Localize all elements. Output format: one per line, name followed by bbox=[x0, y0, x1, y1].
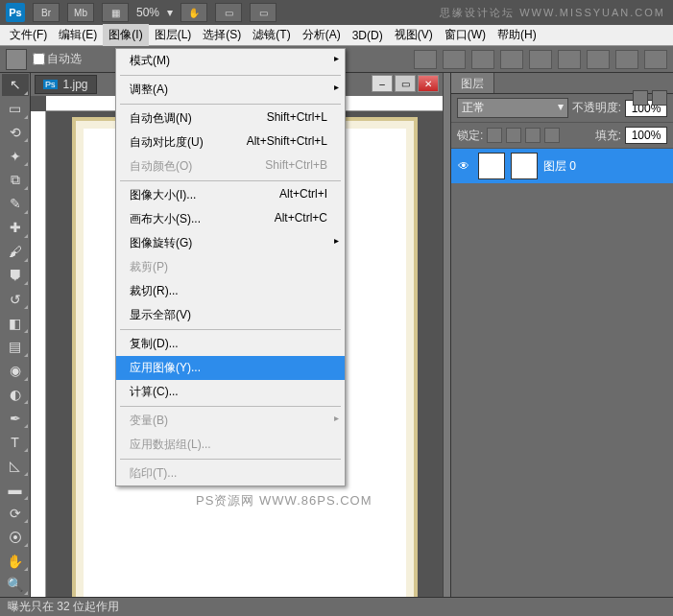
3d-camera-tool[interactable]: ⦿ bbox=[2, 526, 29, 548]
canvas-watermark: PS资源网 WWW.86PS.COM bbox=[196, 492, 372, 509]
guides-button[interactable]: ▦ bbox=[102, 3, 129, 22]
align-icon[interactable] bbox=[644, 50, 667, 69]
move-tool[interactable]: ↖ bbox=[2, 74, 29, 96]
gradient-tool[interactable]: ▤ bbox=[2, 336, 29, 358]
dodge-tool[interactable]: ◐ bbox=[2, 384, 29, 406]
panel-collapse-icon[interactable] bbox=[633, 90, 648, 106]
fill-input[interactable]: 100% bbox=[625, 127, 667, 144]
menu-item: 裁剪(P) bbox=[116, 255, 345, 279]
doc-close-button[interactable]: ✕ bbox=[418, 75, 439, 92]
layers-tab[interactable]: 图层 bbox=[451, 73, 494, 93]
brush-tool[interactable]: 🖌 bbox=[2, 241, 29, 263]
image-menu-dropdown: 模式(M)调整(A)自动色调(N)Shift+Ctrl+L自动对比度(U)Alt… bbox=[115, 48, 346, 486]
menu-edit[interactable]: 编辑(E) bbox=[53, 24, 103, 46]
toolbox: ↖ ▭ ⟲ ✦ ⧉ ✎ ✚ 🖌 ⛊ ↺ ◧ ▤ ◉ ◐ ✒ T ◺ ▬ ⟳ ⦿ … bbox=[0, 73, 31, 597]
menu-item[interactable]: 自动对比度(U)Alt+Shift+Ctrl+L bbox=[116, 130, 345, 154]
status-bar: 曝光只在 32 位起作用 bbox=[0, 597, 673, 616]
crop-tool[interactable]: ⧉ bbox=[2, 169, 29, 191]
doc-restore-button[interactable]: ▭ bbox=[395, 75, 416, 92]
menu-layer[interactable]: 图层(L) bbox=[149, 24, 198, 46]
heal-tool[interactable]: ✚ bbox=[2, 217, 29, 239]
type-tool[interactable]: T bbox=[2, 431, 29, 453]
menu-item: 陷印(T)... bbox=[116, 462, 345, 486]
blend-mode-select[interactable]: 正常▾ bbox=[457, 98, 568, 118]
menu-item[interactable]: 应用图像(Y)... bbox=[116, 356, 345, 380]
panel-menu-icon[interactable] bbox=[652, 90, 667, 106]
layer-row[interactable]: 👁 图层 0 bbox=[451, 149, 673, 183]
status-text: 曝光只在 32 位起作用 bbox=[8, 599, 119, 615]
menu-item: 自动颜色(O)Shift+Ctrl+B bbox=[116, 154, 345, 178]
menu-item[interactable]: 裁切(R)... bbox=[116, 279, 345, 303]
zoom-dropdown-icon[interactable]: ▾ bbox=[167, 6, 173, 19]
menu-item[interactable]: 图像大小(I)...Alt+Ctrl+I bbox=[116, 183, 345, 207]
collapsed-panel-strip[interactable] bbox=[443, 73, 450, 597]
align-icon[interactable] bbox=[587, 50, 610, 69]
shape-tool[interactable]: ▬ bbox=[2, 479, 29, 501]
opacity-label: 不透明度: bbox=[572, 100, 621, 116]
eyedropper-tool[interactable]: ✎ bbox=[2, 193, 29, 215]
3d-tool[interactable]: ⟳ bbox=[2, 503, 29, 525]
wand-tool[interactable]: ✦ bbox=[2, 145, 29, 167]
menu-3d[interactable]: 3D(D) bbox=[347, 26, 389, 45]
align-icon[interactable] bbox=[500, 50, 523, 69]
bridge-button[interactable]: Br bbox=[33, 3, 60, 22]
align-icon[interactable] bbox=[471, 50, 494, 69]
lock-pixels-icon[interactable] bbox=[506, 128, 521, 143]
menu-item[interactable]: 调整(A) bbox=[116, 78, 345, 102]
eraser-tool[interactable]: ◧ bbox=[2, 312, 29, 334]
ps-logo: Ps bbox=[6, 3, 25, 22]
menu-item[interactable]: 复制(D)... bbox=[116, 332, 345, 356]
align-icon[interactable] bbox=[558, 50, 581, 69]
doc-minimize-button[interactable]: – bbox=[372, 75, 393, 92]
zoom-tool[interactable]: 🔍 bbox=[2, 574, 29, 596]
align-icon[interactable] bbox=[615, 50, 638, 69]
layer-list: 👁 图层 0 bbox=[451, 149, 673, 597]
zoom-level[interactable]: 50% bbox=[136, 6, 159, 19]
current-tool-icon[interactable] bbox=[6, 49, 27, 70]
menu-item[interactable]: 图像旋转(G) bbox=[116, 231, 345, 255]
align-icon[interactable] bbox=[529, 50, 552, 69]
arrange-button[interactable]: ▭ bbox=[215, 3, 242, 22]
menu-select[interactable]: 选择(S) bbox=[197, 24, 247, 46]
doc-tab[interactable]: Ps 1.jpg bbox=[35, 75, 97, 94]
hand-button[interactable]: ✋ bbox=[180, 3, 207, 22]
minibridge-button[interactable]: Mb bbox=[67, 3, 94, 22]
screen-mode-button[interactable]: ▭ bbox=[250, 3, 276, 22]
stamp-tool[interactable]: ⛊ bbox=[2, 265, 29, 287]
menu-image[interactable]: 图像(I) bbox=[103, 24, 148, 46]
menu-item[interactable]: 自动色调(N)Shift+Ctrl+L bbox=[116, 107, 345, 130]
history-brush-tool[interactable]: ↺ bbox=[2, 288, 29, 310]
ruler-vertical bbox=[31, 111, 46, 597]
lock-transparent-icon[interactable] bbox=[487, 128, 502, 143]
menu-item[interactable]: 显示全部(V) bbox=[116, 303, 345, 327]
ps-mini-icon: Ps bbox=[43, 80, 58, 89]
path-tool[interactable]: ◺ bbox=[2, 455, 29, 477]
menu-window[interactable]: 窗口(W) bbox=[439, 24, 492, 46]
fill-label: 填充: bbox=[595, 128, 621, 144]
layer-name[interactable]: 图层 0 bbox=[543, 158, 576, 175]
blur-tool[interactable]: ◉ bbox=[2, 360, 29, 382]
lock-position-icon[interactable] bbox=[525, 128, 541, 143]
marquee-tool[interactable]: ▭ bbox=[2, 98, 29, 120]
lasso-tool[interactable]: ⟲ bbox=[2, 122, 29, 144]
layer-thumbnail[interactable] bbox=[478, 153, 505, 179]
menu-item[interactable]: 模式(M) bbox=[116, 49, 345, 73]
menu-analysis[interactable]: 分析(A) bbox=[297, 24, 347, 46]
align-icon[interactable] bbox=[414, 50, 437, 69]
hand-tool[interactable]: ✋ bbox=[2, 550, 29, 572]
menu-view[interactable]: 视图(V) bbox=[389, 24, 439, 46]
menu-help[interactable]: 帮助(H) bbox=[492, 24, 542, 46]
mask-thumbnail[interactable] bbox=[511, 153, 538, 179]
visibility-icon[interactable]: 👁 bbox=[455, 157, 472, 175]
menu-filter[interactable]: 滤镜(T) bbox=[247, 24, 296, 46]
lock-all-icon[interactable] bbox=[544, 128, 560, 143]
watermark-text: 思缘设计论坛 WWW.MISSYUAN.COM bbox=[440, 6, 665, 20]
auto-select-check[interactable]: 自动选 bbox=[33, 51, 82, 67]
menubar: 文件(F) 编辑(E) 图像(I) 图层(L) 选择(S) 滤镜(T) 分析(A… bbox=[0, 25, 673, 46]
menu-item: 变量(B) bbox=[116, 409, 345, 433]
align-icon[interactable] bbox=[443, 50, 466, 69]
pen-tool[interactable]: ✒ bbox=[2, 407, 29, 429]
menu-file[interactable]: 文件(F) bbox=[4, 24, 53, 46]
menu-item[interactable]: 计算(C)... bbox=[116, 380, 345, 404]
menu-item[interactable]: 画布大小(S)...Alt+Ctrl+C bbox=[116, 207, 345, 231]
